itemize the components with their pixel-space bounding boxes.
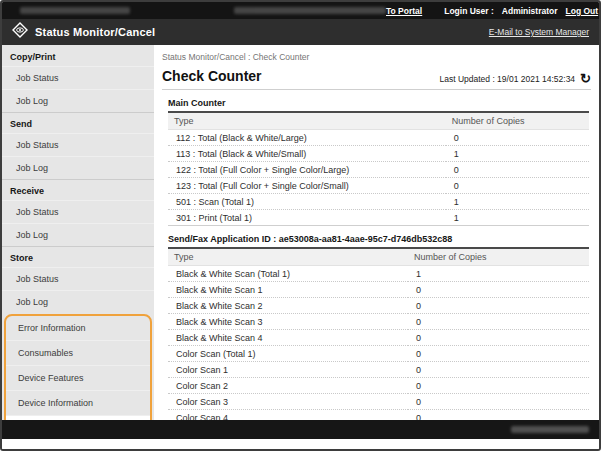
- table-row: 301 : Print (Total 1)1: [168, 210, 589, 226]
- table-row: Color Scan (Total 1)0: [168, 346, 589, 362]
- sidebar-item-device-features[interactable]: Device Features: [6, 365, 150, 390]
- breadcrumb: Status Monitor/Cancel : Check Counter: [162, 52, 591, 62]
- table-row: Color Scan 10: [168, 362, 589, 378]
- table-row: Color Scan 40: [168, 410, 589, 421]
- sendfax-heading: Send/Fax Application ID : ae53008a-aa81-…: [168, 234, 589, 249]
- type-cell: 113 : Total (Black & White/Small): [168, 146, 446, 162]
- copies-cell: 0: [408, 378, 589, 394]
- status-monitor-icon: [12, 22, 28, 42]
- sidebar-section-label: Copy/Print: [2, 46, 154, 66]
- type-cell: 122 : Total (Full Color + Single Color/L…: [168, 162, 446, 178]
- refresh-icon[interactable]: ↻: [580, 74, 591, 84]
- table-row: 501 : Scan (Total 1)1: [168, 194, 589, 210]
- type-cell: 301 : Print (Total 1): [168, 210, 446, 226]
- login-user-label: Login User :: [444, 6, 494, 16]
- copies-cell: 0: [408, 410, 589, 421]
- email-system-manager-link[interactable]: E-Mail to System Manager: [489, 27, 589, 37]
- table-row: Color Scan 30: [168, 394, 589, 410]
- copies-cell: 1: [408, 266, 589, 282]
- sidebar-item-copyprint-job-status[interactable]: Job Status: [2, 66, 154, 89]
- sidebar-section-store: Store Job Status Job Log: [2, 246, 154, 313]
- main-counter-table: Type Number of Copies 112 : Total (Black…: [168, 113, 589, 226]
- copies-cell: 0: [446, 130, 589, 146]
- copies-cell: 1: [446, 210, 589, 226]
- device-identity: [2, 7, 386, 14]
- app-bar: Status Monitor/Cancel E-Mail to System M…: [2, 19, 599, 45]
- title-divider: [162, 89, 591, 90]
- copyright-redacted: [511, 426, 589, 433]
- sidebar-section-label: Store: [2, 246, 154, 267]
- main-counter-heading: Main Counter: [168, 98, 589, 113]
- column-header-type: Type: [168, 249, 408, 266]
- type-cell: Black & White Scan 4: [168, 330, 408, 346]
- type-cell: Black & White Scan (Total 1): [168, 266, 408, 282]
- sendfax-counter-section: Send/Fax Application ID : ae53008a-aa81-…: [168, 234, 589, 420]
- table-row: Black & White Scan 30: [168, 314, 589, 330]
- top-bar: To Portal Login User : Administrator Log…: [2, 2, 599, 19]
- table-row: 123 : Total (Full Color + Single Color/S…: [168, 178, 589, 194]
- column-header-type: Type: [168, 113, 446, 130]
- type-cell: 123 : Total (Full Color + Single Color/S…: [168, 178, 446, 194]
- copies-cell: 1: [446, 194, 589, 210]
- type-cell: Black & White Scan 3: [168, 314, 408, 330]
- table-row: Black & White Scan 20: [168, 298, 589, 314]
- device-name-redacted: [20, 7, 130, 14]
- copies-cell: 0: [408, 298, 589, 314]
- copies-cell: 0: [446, 178, 589, 194]
- device-model-redacted: [234, 7, 386, 14]
- copies-cell: 0: [446, 162, 589, 178]
- sidebar-item-store-job-status[interactable]: Job Status: [2, 267, 154, 290]
- log-out-link[interactable]: Log Out: [566, 6, 599, 16]
- top-bar-links: To Portal Login User : Administrator Log…: [386, 6, 601, 16]
- table-row: Black & White Scan 40: [168, 330, 589, 346]
- copies-cell: 1: [446, 146, 589, 162]
- sidebar: Copy/Print Job Status Job Log Send Job S…: [2, 45, 154, 420]
- sidebar-item-receive-job-status[interactable]: Job Status: [2, 200, 154, 223]
- sidebar-item-send-job-status[interactable]: Job Status: [2, 133, 154, 156]
- column-header-copies: Number of Copies: [408, 249, 589, 266]
- copies-cell: 0: [408, 394, 589, 410]
- app-title: Status Monitor/Cancel: [2, 22, 489, 42]
- main-content: Status Monitor/Cancel : Check Counter Ch…: [154, 45, 599, 420]
- table-row: Color Scan 20: [168, 378, 589, 394]
- sidebar-item-receive-job-log[interactable]: Job Log: [2, 223, 154, 246]
- last-updated-text: Last Updated : 19/01 2021 14:52:34: [439, 74, 575, 84]
- type-cell: Black & White Scan 2: [168, 298, 408, 314]
- footer-bar: [2, 420, 599, 439]
- main-counter-section: Main Counter Type Number of Copies 112 :…: [168, 98, 589, 226]
- app-title-text: Status Monitor/Cancel: [35, 26, 155, 38]
- copies-cell: 0: [408, 314, 589, 330]
- sidebar-section-label: Send: [2, 112, 154, 133]
- sidebar-item-send-job-log[interactable]: Job Log: [2, 156, 154, 179]
- type-cell: 112 : Total (Black & White/Large): [168, 130, 446, 146]
- sidebar-item-device-information[interactable]: Device Information: [6, 390, 150, 415]
- copies-cell: 0: [408, 362, 589, 378]
- sidebar-section-label: Receive: [2, 179, 154, 200]
- table-row: Black & White Scan 10: [168, 282, 589, 298]
- sidebar-section-copy-print: Copy/Print Job Status Job Log: [2, 46, 154, 112]
- sidebar-item-consumables[interactable]: Consumables: [6, 340, 150, 365]
- copies-cell: 0: [408, 330, 589, 346]
- table-row: Black & White Scan (Total 1)1: [168, 266, 589, 282]
- copies-cell: 0: [408, 346, 589, 362]
- sidebar-section-receive: Receive Job Status Job Log: [2, 179, 154, 246]
- to-portal-link[interactable]: To Portal: [386, 6, 422, 16]
- type-cell: Color Scan 2: [168, 378, 408, 394]
- type-cell: Color Scan 4: [168, 410, 408, 421]
- sidebar-item-error-information[interactable]: Error Information: [6, 316, 150, 340]
- table-row: 112 : Total (Black & White/Large)0: [168, 130, 589, 146]
- sidebar-item-store-job-log[interactable]: Job Log: [2, 290, 154, 313]
- type-cell: Color Scan (Total 1): [168, 346, 408, 362]
- type-cell: Color Scan 3: [168, 394, 408, 410]
- remote-ui-window: To Portal Login User : Administrator Log…: [0, 0, 601, 451]
- sidebar-item-copyprint-job-log[interactable]: Job Log: [2, 89, 154, 112]
- column-header-copies: Number of Copies: [446, 113, 589, 130]
- sidebar-section-send: Send Job Status Job Log: [2, 112, 154, 179]
- sendfax-counter-table: Type Number of Copies Black & White Scan…: [168, 249, 589, 420]
- type-cell: 501 : Scan (Total 1): [168, 194, 446, 210]
- bottom-strip: [2, 439, 599, 449]
- type-cell: Color Scan 1: [168, 362, 408, 378]
- type-cell: Black & White Scan 1: [168, 282, 408, 298]
- table-row: 122 : Total (Full Color + Single Color/L…: [168, 162, 589, 178]
- table-row: 113 : Total (Black & White/Small)1: [168, 146, 589, 162]
